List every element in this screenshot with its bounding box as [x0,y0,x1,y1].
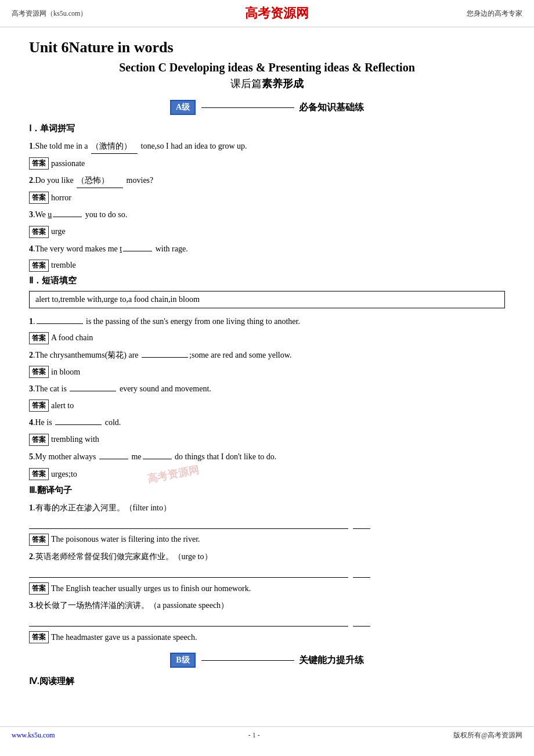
level-b-label: 关键能力提升练 [299,654,364,667]
question-4: 4.The very word makes me t with rage. [29,242,505,256]
p2-question-4: 4.He is cold. [29,415,505,430]
p3-question-1: 1.有毒的水正在渗入河里。（filter into） [29,501,505,515]
answer-2: 答案 horror [29,192,505,204]
p3-question-2: 2.英语老师经常督促我们做完家庭作业。（urge to） [29,549,505,564]
level-b-bar: B级 关键能力提升练 [29,653,505,668]
part2-label: Ⅱ．短语填空 [29,275,505,286]
p3-answer-1: 答案 The poisonous water is filtering into… [29,534,505,546]
vocab-box: alert to,tremble with,urge to,a food cha… [29,291,505,308]
p3-answer-row-1 [29,517,505,529]
footer-right: 版权所有@高考资源网 [453,730,522,740]
section-title: Section C Developing ideas & Presenting … [29,61,505,74]
part4-label: Ⅳ.阅读理解 [29,676,505,687]
p3-answer-row-2 [29,566,505,578]
footer-left: www.ks5u.com [12,731,55,740]
p2-answer-3: 答案 alert to [29,399,505,412]
part1-label: Ⅰ．单词拼写 [29,123,505,134]
question-1: 1.She told me in a （激情的） tone,so I had a… [29,139,505,154]
subtitle-cn: 课后篇素养形成 [29,77,505,91]
p3-answer-row-3 [29,615,505,627]
p2-question-1: 1. is the passing of the sun's energy fr… [29,314,505,329]
level-a-label: 必备知识基础练 [299,102,364,114]
question-2: 2.Do you like （恐怖） movies? [29,173,505,188]
p2-question-5: 5.My mother always me do things that I d… [29,449,505,464]
answer-3: 答案 urge [29,226,505,238]
p2-answer-5: 答案 urges;to 高考资源网 [29,467,505,481]
level-b-badge: B级 [170,653,195,668]
answer-4: 答案 tremble [29,260,505,272]
p3-answer-blank-1 [29,517,348,529]
p3-answer-blank-2 [29,566,348,578]
header-right: 您身边的高考专家 [467,9,522,19]
question-3: 3.We u you to do so. [29,207,505,222]
p3-answer-blank-3 [29,615,348,627]
p2-answer-2: 答案 in bloom [29,366,505,378]
p3-answer-3: 答案 The headmaster gave us a passionate s… [29,631,505,643]
p2-answer-4: 答案 trembling with [29,434,505,446]
p2-question-3: 3.The cat is every sound and movement. [29,381,505,396]
answer-1: 答案 passionate [29,157,505,170]
p3-question-3: 3.校长做了一场热情洋溢的演讲。（a passionate speech） [29,598,505,613]
level-b-line [201,660,294,661]
level-a-bar: A级 必备知识基础练 [29,100,505,115]
main-content: Unit 6Nature in words Section C Developi… [0,27,534,715]
level-a-badge: A级 [170,100,196,115]
header-left: 高考资源网（ks5u.com） [12,9,87,19]
page-footer: www.ks5u.com - 1 - 版权所有@高考资源网 [0,726,534,744]
watermark-inline: 高考资源网 [146,463,200,485]
footer-center: - 1 - [248,731,260,740]
p2-question-2: 2.The chrysanthemums(菊花) are ;some are r… [29,348,505,362]
page-header: 高考资源网（ks5u.com） 高考资源网 您身边的高考专家 [0,0,534,27]
part3-label: Ⅲ.翻译句子 [29,485,505,496]
level-a-line [201,107,294,108]
p3-answer-2: 答案 The English teacher usually urges us … [29,582,505,595]
p2-answer-1: 答案 A food chain [29,332,505,344]
unit-title: Unit 6Nature in words [29,39,505,56]
header-center: 高考资源网 [245,5,309,22]
